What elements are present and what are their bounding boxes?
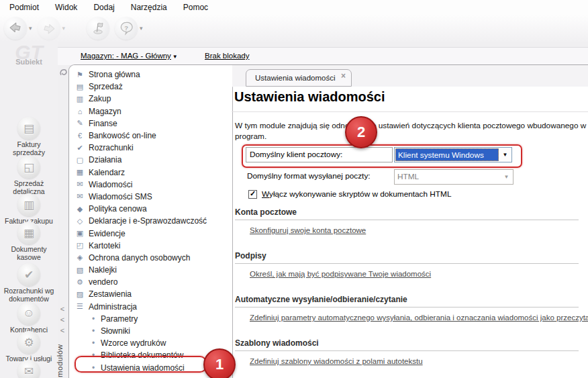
menu-item[interactable]: Narzędzia [123, 0, 175, 15]
chevron-left-icon: < [60, 314, 64, 325]
tree-item[interactable]: ✉ Wiadomości [75, 179, 231, 191]
section-link[interactable]: Zdefiniuj szablony wiadomości z polami a… [250, 357, 423, 365]
back-button[interactable]: ▾ [4, 17, 32, 40]
bullet-icon: • [89, 350, 97, 360]
svg-text:?: ? [124, 24, 128, 32]
tree-item[interactable]: • Słowniki [75, 325, 231, 337]
tree-item[interactable]: ✎ Finanse [75, 117, 231, 130]
bullet-icon: • [89, 338, 97, 348]
settlements-by-documents-icon: ✔ [24, 268, 34, 282]
collapse-panel-control[interactable]: < < < [58, 303, 67, 336]
tree-item[interactable]: ✔ Rozrachunki [75, 142, 231, 154]
settings-section: Szablony wiadomości Zdefiniuj szablony w… [235, 338, 584, 367]
dropdown-arrow-icon[interactable]: ▼ [499, 148, 511, 161]
menu-item[interactable]: Pomoc [175, 0, 216, 15]
dropdown-arrow-icon: ▼ [501, 171, 512, 183]
subiekt-logo: GT Subiekt [0, 43, 58, 66]
tree-item[interactable]: ▥ Zakup [75, 93, 231, 105]
tree-item[interactable]: ▢ Działania [75, 154, 231, 166]
tree-item-label: Bankowość on-line [89, 131, 156, 140]
sales-invoices-icon: ▤ [23, 122, 34, 136]
tree-item[interactable]: ⚙ vendero [75, 276, 231, 288]
tree-item[interactable]: ☰ Administracja [75, 301, 231, 313]
personal-data-protection-icon: ◈ [75, 253, 85, 262]
tree-item[interactable]: ▨ Zestawienia [75, 288, 231, 300]
tree-item[interactable]: ⌂ Magazyn [75, 105, 231, 117]
toolbar: ▾ ▾ ? ▾ [0, 15, 588, 42]
sidebar-module-label: Faktury sprzedaży [0, 141, 58, 156]
labels-icon: ▧ [75, 266, 85, 275]
back-arrow-icon [8, 21, 23, 36]
tree-item-label: Magazyn [89, 107, 121, 116]
tree-item[interactable]: ▦ Kalendarz [75, 167, 231, 179]
tree-item[interactable]: • Parametry [75, 313, 231, 325]
warehouse-icon: ⌂ [75, 107, 85, 115]
section-link[interactable]: Skonfiguruj swoje konta pocztowe [250, 226, 366, 234]
tree-item-label: Kalendarz [89, 168, 125, 177]
menu-item[interactable]: Podmiot [1, 0, 47, 15]
forward-button[interactable]: ▾ [38, 17, 66, 40]
section-link[interactable]: Określ, jak mają być podpisywane Twoje w… [250, 270, 431, 278]
help-button[interactable]: ? ▾ [115, 17, 143, 40]
sidebar-module-item[interactable]: ✉ Wiadomości odebrane [0, 360, 58, 378]
tree-item[interactable]: ◆ Polityka cenowa [75, 203, 231, 215]
tree-item-label: Ewidencje [89, 229, 126, 238]
sidebar-module-item[interactable]: ▦ Dokumenty kasowe [0, 222, 58, 261]
sidebar-module-item[interactable]: ⚙ Towary i usługi [0, 331, 58, 363]
close-icon[interactable]: × [341, 71, 346, 81]
section-link[interactable]: Zdefiniuj parametry automatycznego wysył… [250, 314, 588, 322]
section-title: Szablony wiadomości [235, 338, 584, 348]
calendar-icon: ▦ [75, 168, 85, 177]
records-icon: ▣ [75, 229, 85, 238]
disable-scripts-label[interactable]: Wyłącz wykonywanie skryptów w dokumentac… [262, 189, 451, 199]
tree-item[interactable]: ▤ Sprzedaż [75, 81, 231, 93]
lock-status-link[interactable]: Brak blokady [205, 52, 249, 60]
tree-item-label: Słowniki [101, 326, 130, 336]
settings-section: Podpisy Określ, jak mają być podpisywane… [235, 251, 584, 279]
page-title: Ustawienia wiadomości [234, 89, 385, 105]
tree-item[interactable]: ◇ Deklaracje i e-Sprawozdawczość [75, 215, 231, 227]
tree-item-label: Ochrona danych osobowych [89, 253, 190, 263]
settlements-icon: ✔ [75, 144, 85, 152]
mail-format-dropdown[interactable]: HTML ▼ [394, 169, 513, 185]
warehouse-selector-link[interactable]: Magazyn: - MAG - Główny▼ [81, 52, 178, 60]
sidebar-module-item[interactable]: ◱ Sprzedaż detaliczna [0, 156, 58, 195]
tree-item[interactable]: ⚑ Strona główna [75, 68, 231, 81]
tree-item[interactable]: • Biblioteka dokumentów [75, 349, 231, 361]
online-banking-icon: € [75, 132, 85, 140]
tree-item-label: Finanse [89, 119, 117, 128]
tree-item[interactable]: ▧ Naklejki [75, 264, 231, 276]
menu-item[interactable]: Dodaj [85, 0, 122, 15]
flag-button[interactable] [87, 17, 109, 40]
tree-item-label: Ustawienia wiadomości [101, 363, 185, 373]
sales-icon: ▤ [75, 83, 85, 91]
bullet-icon: • [89, 314, 97, 324]
tree-item[interactable]: • Wzorce wydruków [75, 337, 231, 349]
sidebar-module-item[interactable]: ▤ Faktury sprzedaży [0, 117, 58, 156]
menu-item[interactable]: Widok [47, 0, 85, 15]
tree-item[interactable]: • Ustawienia wiadomości [75, 362, 231, 374]
tree-item[interactable]: ◰ Kartoteki [75, 240, 231, 252]
tree-item-label: Wiadomości SMS [89, 192, 152, 201]
checkmark-icon: ✓ [250, 189, 256, 198]
settings-section: Automatyczne wysyłanie/odbieranie/czytan… [235, 295, 584, 323]
mail-client-label: Domyślny klient pocztowy: [246, 147, 393, 162]
mail-format-value: HTML [397, 171, 419, 183]
disable-scripts-checkbox[interactable]: ✓ [248, 190, 257, 199]
tree-item-label: Sprzedaż [89, 82, 123, 91]
tree-item[interactable]: ◈ Ochrona danych osobowych [75, 252, 231, 264]
tree-item[interactable]: € Bankowość on-line [75, 130, 231, 142]
sidebar-module-item[interactable]: ☺ Kontrahenci [0, 302, 58, 334]
settings-sections: Konta pocztowe Skonfiguruj swoje konta p… [235, 207, 584, 378]
modules-vertical-tab[interactable]: modułów [56, 337, 64, 377]
sidebar-module-item[interactable]: ✔ Rozrachunki wg dokumentów [0, 263, 58, 303]
card-files-icon: ◰ [75, 241, 85, 250]
mail-client-dropdown[interactable]: Klient systemu Windows ▼ [394, 147, 512, 162]
pin-icon[interactable] [59, 68, 68, 77]
tab-ustawienia-wiadomosci[interactable]: Ustawienia wiadomości × [246, 69, 352, 87]
tab-strip: Ustawienia wiadomości × [232, 65, 588, 87]
tree-item[interactable]: ✉ Wiadomości SMS [75, 191, 231, 203]
sidebar-module-item[interactable]: ▥ Faktury zakupu [0, 193, 58, 226]
goods-services-icon: ⚙ [23, 336, 34, 350]
tree-item[interactable]: ▣ Ewidencje [75, 227, 231, 239]
